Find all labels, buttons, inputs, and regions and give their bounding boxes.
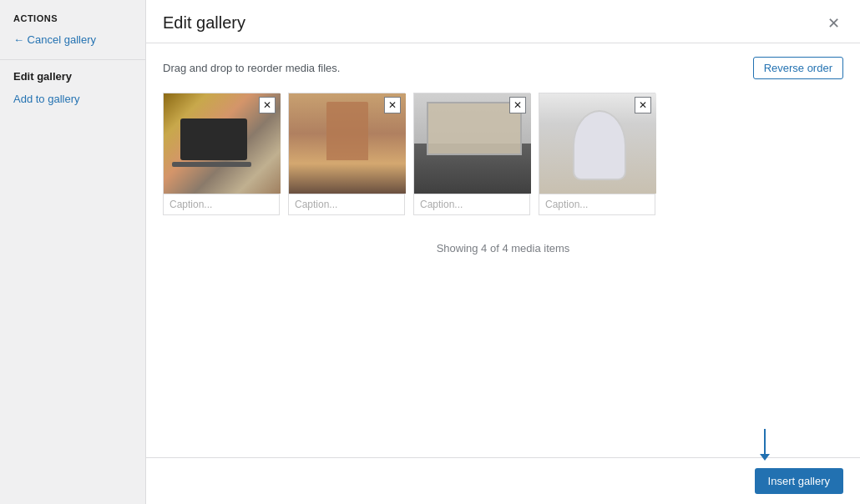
reverse-order-button[interactable]: Reverse order: [753, 57, 843, 79]
gallery-item: ✕: [163, 93, 280, 215]
main-body: Drag and drop to reorder media files. Re…: [146, 43, 860, 457]
drag-info-text: Drag and drop to reorder media files.: [163, 62, 340, 74]
main-footer: Insert gallery: [146, 457, 860, 504]
cancel-gallery-link[interactable]: ← Cancel gallery: [0, 30, 145, 56]
sidebar: Actions ← Cancel gallery Edit gallery Ad…: [0, 0, 146, 504]
remove-item-2-button[interactable]: ✕: [384, 97, 401, 113]
arrow-line: [764, 429, 766, 454]
gallery-item: ✕: [288, 93, 405, 215]
caption-input-4[interactable]: [539, 194, 655, 214]
main-header: Edit gallery ✕: [146, 0, 860, 43]
edit-gallery-heading: Edit gallery: [0, 70, 145, 89]
actions-heading: Actions: [0, 13, 145, 30]
arrow-head: [760, 454, 770, 461]
insert-gallery-button[interactable]: Insert gallery: [755, 468, 843, 494]
add-to-gallery-link[interactable]: Add to gallery: [0, 89, 145, 108]
remove-item-4-button[interactable]: ✕: [635, 97, 651, 113]
close-button[interactable]: ✕: [824, 16, 843, 31]
gallery-item: ✕: [413, 93, 530, 215]
drag-info-bar: Drag and drop to reorder media files. Re…: [163, 57, 843, 79]
showing-items-text: Showing 4 of 4 media items: [163, 232, 843, 265]
main-panel: Edit gallery ✕ Drag and drop to reorder …: [146, 0, 860, 504]
remove-item-3-button[interactable]: ✕: [509, 97, 526, 113]
sidebar-divider: [0, 59, 145, 60]
page-title: Edit gallery: [163, 13, 245, 33]
gallery-item: ✕: [539, 93, 655, 215]
caption-input-2[interactable]: [289, 194, 404, 214]
gallery-grid: ✕✕✕✕: [163, 93, 843, 215]
caption-input-1[interactable]: [164, 194, 279, 214]
caption-input-3[interactable]: [414, 194, 529, 214]
arrow-indicator: [760, 429, 770, 461]
remove-item-1-button[interactable]: ✕: [259, 97, 276, 113]
